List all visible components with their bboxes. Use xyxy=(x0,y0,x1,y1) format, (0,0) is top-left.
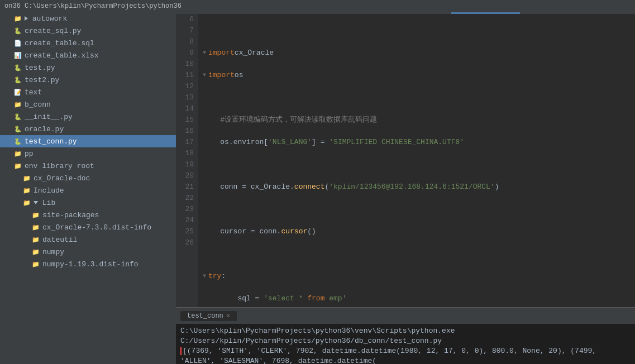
folder-icon: 📁 xyxy=(31,260,40,269)
sidebar-item-oracle-py[interactable]: 🐍 oracle.py xyxy=(0,123,176,135)
terminal-output-line: [(7369, 'SMITH', 'CLERK', 7902, datetime… xyxy=(180,346,631,364)
sidebar-label: Include xyxy=(34,186,64,195)
dir-icon: 📁 xyxy=(13,149,22,158)
sidebar-label: autowork xyxy=(32,15,67,23)
sidebar-item-numpy-dist[interactable]: 📁 numpy-1.19.3.dist-info xyxy=(0,258,176,270)
code-line-7: ▼import cx_Oracle xyxy=(203,47,635,59)
title-bar: on36 C:\Users\kplin\PycharmProjects\pyth… xyxy=(0,0,635,12)
py-icon: 🐍 xyxy=(13,124,22,133)
sidebar-item-numpy[interactable]: 📁 numpy xyxy=(0,246,176,258)
code-line-9 xyxy=(203,92,635,103)
collapse-icon xyxy=(25,16,28,21)
code-line-13: conn = cx_Oracle.connect('kplin/123456@1… xyxy=(203,181,635,193)
py-icon: 🐍 xyxy=(13,63,22,72)
xlsx-icon: 📊 xyxy=(13,51,22,60)
sidebar-item-init-py[interactable]: 🐍 __init__.py xyxy=(0,111,176,123)
code-line-10: #设置环境编码方式，可解决读取数据库乱码问题 xyxy=(203,114,635,126)
sidebar-label: __init__.py xyxy=(25,113,73,121)
py-icon: 🐍 xyxy=(13,75,22,84)
code-line-12 xyxy=(203,159,635,170)
sidebar-label: test_conn.py xyxy=(25,137,77,146)
sidebar-label: Lib xyxy=(42,199,55,207)
sidebar-label: test.py xyxy=(25,64,55,72)
py-icon: 🐍 xyxy=(13,26,22,35)
folder-icon: 📁 xyxy=(22,174,31,183)
sidebar-item-autowork[interactable]: 📁 autowork xyxy=(0,12,176,25)
terminal-content: C:\Users\kplin\PycharmProjects\python36\… xyxy=(176,324,635,364)
sidebar-item-create-sql-py[interactable]: 🐍 create_sql.py xyxy=(0,25,176,37)
terminal-tabs: test_conn × xyxy=(176,308,635,324)
folder-icon: 📁 xyxy=(13,161,22,170)
sidebar-label: pp xyxy=(25,150,34,158)
sidebar-label: create_table.xlsx xyxy=(25,51,99,60)
code-line-6 xyxy=(203,25,635,36)
sidebar-label: b_conn xyxy=(25,100,51,109)
folder-icon: 📁 xyxy=(13,100,22,109)
code-line-17: ▼try: xyxy=(203,271,635,282)
sidebar-item-create-table-xlsx[interactable]: 📊 create_table.xlsx xyxy=(0,49,176,61)
title-text: on36 C:\Users\kplin\PycharmProjects\pyth… xyxy=(4,2,182,10)
sidebar-label: create_sql.py xyxy=(25,27,81,35)
sidebar-label: test2.py xyxy=(25,76,59,84)
folder-icon: 📁 xyxy=(31,235,40,244)
sidebar-label: create_table.sql xyxy=(25,39,94,47)
folder-icon: 📁 xyxy=(22,186,31,195)
sidebar-label: numpy-1.19.3.dist-info xyxy=(42,260,139,269)
sidebar-item-create-table-sql[interactable]: 📄 create_table.sql xyxy=(0,37,176,49)
sidebar-item-cx-oracle-dist[interactable]: 📁 cx_Oracle-7.3.0.dist-info xyxy=(0,221,176,233)
code-line-15: cursor = conn.cursor() xyxy=(203,226,635,237)
sidebar-label: oracle.py xyxy=(25,125,64,133)
code-line-16 xyxy=(203,248,635,260)
terminal-close-button[interactable]: × xyxy=(227,313,230,319)
py-icon: 🐍 xyxy=(13,112,22,121)
py-icon: 🐍 xyxy=(13,137,22,146)
sidebar-item-cx-oracle-doc[interactable]: 📁 cx_Oracle-doc xyxy=(0,172,176,184)
sidebar-item-test-py[interactable]: 🐍 test.py xyxy=(0,61,176,74)
code-line-11: os.environ['NLS_LANG'] = 'SIMPLIFIED CHI… xyxy=(203,137,635,148)
code-content[interactable]: ▼import cx_Oracle ▼import os #设置环境编码方式，可… xyxy=(198,14,635,307)
sidebar-label: env library root xyxy=(25,162,94,170)
code-line-18: sql = 'select * from emp' xyxy=(203,293,635,304)
code-editor[interactable]: 6 7 8 9 10 11 12 13 14 15 16 17 18 19 20… xyxy=(176,14,635,307)
sidebar-item-text[interactable]: 📝 text xyxy=(0,86,176,98)
folder-icon: 📁 xyxy=(31,210,40,219)
output-text: [(7369, 'SMITH', 'CLERK', 7902, datetime… xyxy=(180,347,596,364)
sidebar-item-test-conn-py[interactable]: 🐍 test_conn.py xyxy=(0,135,176,147)
sidebar-item-site-packages[interactable]: 📁 site-packages xyxy=(0,209,176,221)
terminal-cmd-line: C:\Users\kplin\PycharmProjects\python36\… xyxy=(180,326,631,346)
cmd-text: C:\Users\kplin\PycharmProjects\python36\… xyxy=(180,327,455,345)
main-content: 📁 autowork 🐍 create_sql.py 📄 create_tabl… xyxy=(0,12,635,364)
sidebar-label: dateutil xyxy=(42,236,77,244)
sidebar-item-b-conn[interactable]: 📁 b_conn xyxy=(0,98,176,111)
scroll-bar xyxy=(451,12,520,14)
terminal-tab-test-conn[interactable]: test_conn × xyxy=(180,311,237,321)
sidebar-label: site-packages xyxy=(42,211,99,219)
sidebar-item-lib[interactable]: 📁 Lib xyxy=(0,197,176,209)
editor-area: 6 7 8 9 10 11 12 13 14 15 16 17 18 19 20… xyxy=(176,12,635,364)
text-icon: 📝 xyxy=(13,88,22,97)
sidebar-item-pp[interactable]: 📁 pp xyxy=(0,147,176,160)
line-numbers: 6 7 8 9 10 11 12 13 14 15 16 17 18 19 20… xyxy=(176,14,198,307)
red-bar-indicator xyxy=(180,347,182,355)
sidebar-label: text xyxy=(25,88,42,97)
code-line-14 xyxy=(203,204,635,215)
sidebar-item-dateutil[interactable]: 📁 dateutil xyxy=(0,233,176,246)
sidebar: 📁 autowork 🐍 create_sql.py 📄 create_tabl… xyxy=(0,12,176,364)
code-line-8: ▼import os xyxy=(203,70,635,81)
sidebar-item-env[interactable]: 📁 env library root xyxy=(0,160,176,172)
sidebar-label: numpy xyxy=(42,248,64,256)
folder-icon: 📁 xyxy=(22,198,31,207)
sql-icon: 📄 xyxy=(13,39,22,47)
sidebar-item-include[interactable]: 📁 Include xyxy=(0,184,176,197)
terminal-tab-label: test_conn xyxy=(187,312,223,320)
expand-icon xyxy=(34,201,38,204)
folder-icon: 📁 xyxy=(31,247,40,256)
folder-icon: 📁 xyxy=(13,14,22,23)
sidebar-label: cx_Oracle-7.3.0.dist-info xyxy=(42,223,151,232)
sidebar-label: cx_Oracle-doc xyxy=(34,174,90,183)
terminal-area: test_conn × C:\Users\kplin\PycharmProjec… xyxy=(176,307,635,364)
folder-icon: 📁 xyxy=(31,223,40,232)
sidebar-item-test2-py[interactable]: 🐍 test2.py xyxy=(0,74,176,86)
scroll-indicator xyxy=(176,12,635,14)
